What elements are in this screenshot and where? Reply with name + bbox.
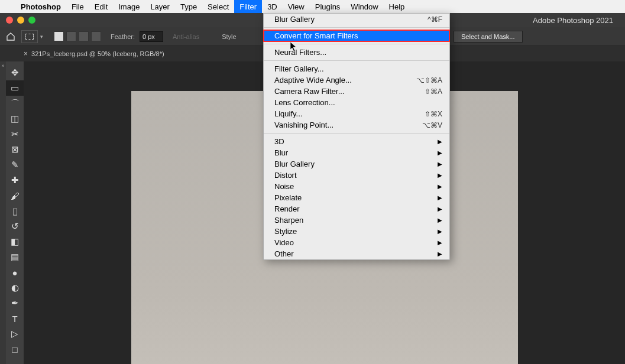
- brush-tool[interactable]: 🖌: [6, 188, 24, 203]
- marquee-tool[interactable]: ▭: [6, 80, 24, 96]
- submenu-arrow-icon: ▶: [438, 150, 442, 156]
- menu-item-3d[interactable]: 3D▶: [264, 136, 449, 147]
- menu-item-adaptive-wide-angle[interactable]: Adaptive Wide Angle...⌥⇧⌘A: [264, 74, 449, 86]
- menu-item-label: Pixelate: [274, 193, 302, 202]
- menu-item-label: Distort: [274, 171, 297, 180]
- zoom-window-button[interactable]: [28, 17, 35, 24]
- menu-item-label: Lens Correction...: [274, 98, 335, 107]
- chevron-down-icon[interactable]: ▾: [40, 34, 43, 40]
- pen-tool[interactable]: ✒: [6, 295, 24, 311]
- menu-plugins[interactable]: Plugins: [310, 0, 346, 13]
- menu-shortcut: ⌥⇧⌘A: [416, 76, 442, 84]
- healing-tool[interactable]: ✚: [6, 173, 24, 188]
- select-and-mask-button[interactable]: Select and Mask...: [454, 31, 523, 43]
- selection-new-button[interactable]: [54, 31, 64, 41]
- left-strip-handle[interactable]: »: [0, 61, 6, 364]
- menu-item-render[interactable]: Render▶: [264, 203, 449, 214]
- move-tool[interactable]: ✥: [6, 65, 24, 80]
- menu-item-blur-gallery[interactable]: Blur Gallery^⌘F: [264, 14, 449, 25]
- menu-shortcut: ⌥⌘V: [422, 121, 442, 129]
- menu-item-label: Blur Gallery: [274, 15, 315, 24]
- menu-item-sharpen[interactable]: Sharpen▶: [264, 214, 449, 226]
- menu-separator: [264, 44, 449, 44]
- menu-item-video[interactable]: Video▶: [264, 237, 449, 248]
- submenu-arrow-icon: ▶: [438, 217, 442, 223]
- menu-type[interactable]: Type: [175, 0, 202, 13]
- mac-menubar: PhotoshopFileEditImageLayerTypeSelectFil…: [0, 0, 625, 13]
- crop-tool[interactable]: ✂: [6, 126, 24, 142]
- submenu-arrow-icon: ▶: [438, 183, 442, 190]
- menu-item-label: Stylize: [274, 227, 297, 236]
- menu-item-noise[interactable]: Noise▶: [264, 181, 449, 192]
- selection-intersect-button[interactable]: [91, 31, 101, 41]
- dodge-tool[interactable]: ◐: [6, 280, 24, 295]
- menu-item-label: Camera Raw Filter...: [274, 87, 344, 96]
- menu-item-label: Neural Filters...: [274, 48, 326, 57]
- submenu-arrow-icon: ▶: [438, 138, 442, 145]
- menu-item-blur[interactable]: Blur▶: [264, 147, 449, 158]
- menu-layer[interactable]: Layer: [145, 0, 175, 13]
- minimize-window-button[interactable]: [17, 17, 24, 24]
- close-window-button[interactable]: [6, 17, 13, 24]
- menu-item-pixelate[interactable]: Pixelate▶: [264, 192, 449, 203]
- menu-item-label: Convert for Smart Filters: [274, 31, 358, 40]
- menu-select[interactable]: Select: [202, 0, 234, 13]
- menu-3d[interactable]: 3D: [262, 0, 283, 13]
- close-tab-icon[interactable]: ×: [24, 50, 28, 58]
- menu-window[interactable]: Window: [345, 0, 383, 13]
- menu-item-filter-gallery[interactable]: Filter Gallery...: [264, 63, 449, 74]
- document-tab[interactable]: × 321Ps_Iceberg.psd @ 50% (Iceberg, RGB/…: [24, 50, 164, 58]
- submenu-arrow-icon: ▶: [438, 172, 442, 178]
- menu-item-blur-gallery[interactable]: Blur Gallery▶: [264, 158, 449, 170]
- blur-tool[interactable]: ●: [6, 265, 24, 280]
- menu-photoshop[interactable]: Photoshop: [15, 0, 66, 13]
- style-label: Style: [222, 33, 236, 40]
- menu-item-stylize[interactable]: Stylize▶: [264, 226, 449, 237]
- history-brush-tool[interactable]: ↺: [6, 219, 24, 234]
- menu-separator: [264, 60, 449, 61]
- submenu-arrow-icon: ▶: [438, 228, 442, 235]
- path-select-tool[interactable]: ▷: [6, 326, 24, 342]
- menu-file[interactable]: File: [66, 0, 89, 13]
- lasso-tool[interactable]: ⌒: [6, 96, 24, 111]
- menu-item-label: Filter Gallery...: [274, 64, 324, 73]
- menu-item-label: Video: [274, 238, 294, 247]
- menu-item-convert-for-smart-filters[interactable]: Convert for Smart Filters: [264, 30, 449, 41]
- feather-label: Feather:: [111, 33, 135, 40]
- menu-item-label: Noise: [274, 182, 294, 191]
- menu-image[interactable]: Image: [113, 0, 145, 13]
- feather-input[interactable]: [140, 31, 163, 42]
- current-tool-icon[interactable]: [21, 30, 38, 43]
- menu-filter[interactable]: Filter: [234, 0, 262, 13]
- menu-item-lens-correction[interactable]: Lens Correction...: [264, 97, 449, 108]
- menu-help[interactable]: Help: [384, 0, 410, 13]
- menu-item-camera-raw-filter[interactable]: Camera Raw Filter...⇧⌘A: [264, 86, 449, 97]
- menu-item-distort[interactable]: Distort▶: [264, 170, 449, 181]
- menu-item-label: Blur: [274, 148, 288, 157]
- object-select-tool[interactable]: ◫: [6, 111, 24, 126]
- shape-tool[interactable]: □: [6, 342, 24, 357]
- document-tab-label: 321Ps_Iceberg.psd @ 50% (Iceberg, RGB/8*…: [31, 50, 164, 57]
- menu-item-vanishing-point[interactable]: Vanishing Point...⌥⌘V: [264, 119, 449, 131]
- menu-shortcut: ⇧⌘X: [425, 110, 442, 118]
- menu-view[interactable]: View: [283, 0, 310, 13]
- submenu-arrow-icon: ▶: [438, 206, 442, 212]
- frame-tool[interactable]: ⊠: [6, 142, 24, 157]
- menu-separator: [264, 133, 449, 134]
- home-button[interactable]: [5, 31, 17, 42]
- stamp-tool[interactable]: ⌷: [6, 203, 24, 219]
- menu-item-neural-filters[interactable]: Neural Filters...: [264, 47, 449, 58]
- menu-item-label: Other: [274, 249, 294, 258]
- selection-add-button[interactable]: [66, 31, 76, 41]
- eyedropper-tool[interactable]: ✎: [6, 157, 24, 173]
- tools-panel: ✥▭⌒◫✂⊠✎✚🖌⌷↺◧▤●◐✒T▷□: [6, 61, 24, 364]
- menu-item-other[interactable]: Other▶: [264, 248, 449, 259]
- menu-edit[interactable]: Edit: [89, 0, 113, 13]
- menu-item-liquify[interactable]: Liquify...⇧⌘X: [264, 108, 449, 119]
- menu-item-label: Sharpen: [274, 216, 303, 225]
- menu-item-label: Adaptive Wide Angle...: [274, 76, 352, 84]
- selection-subtract-button[interactable]: [79, 31, 89, 41]
- eraser-tool[interactable]: ◧: [6, 234, 24, 249]
- gradient-tool[interactable]: ▤: [6, 249, 24, 265]
- type-tool[interactable]: T: [6, 311, 24, 326]
